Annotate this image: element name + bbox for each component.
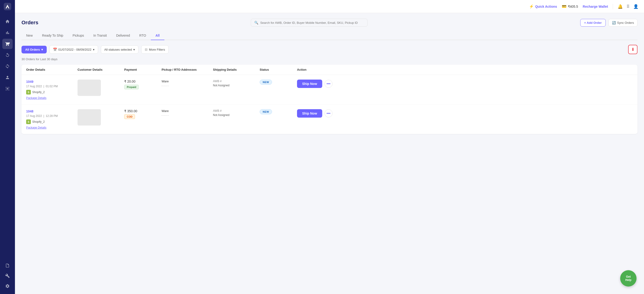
sidebar-item-analytics[interactable] xyxy=(2,27,12,38)
search-bar: 🔍 xyxy=(251,19,368,26)
main-content: ⚡ Quick Actions 💳 ₹405.5 Recharge Wallet… xyxy=(15,0,644,294)
awb-value: Not Assigned xyxy=(213,84,260,87)
payment-cell: ₹ 350.00 COD xyxy=(124,109,162,119)
col-order-details: Order Details xyxy=(26,68,78,71)
date-filter[interactable]: 📅 01/07/2022 - 08/09/2022 ▾ xyxy=(50,45,98,54)
customer-thumbnail xyxy=(78,109,101,126)
order-time: 01:02 PM xyxy=(46,85,58,88)
sidebar-item-returns[interactable] xyxy=(2,50,12,60)
sync-icon: 🔄 xyxy=(612,21,616,24)
download-button[interactable]: ⬇ xyxy=(628,45,638,54)
order-time: 12:28 PM xyxy=(46,114,58,118)
pickup-dots: ...... xyxy=(162,83,213,87)
table-header: Order Details Customer Details Payment P… xyxy=(22,65,638,75)
package-details-link[interactable]: Package Details xyxy=(26,96,78,100)
payment-type-badge: Prepaid xyxy=(124,85,139,89)
search-container: 🔍 xyxy=(251,19,368,26)
notifications-icon[interactable]: 🔔 xyxy=(618,4,623,9)
topbar-divider xyxy=(613,4,613,9)
ship-now-button[interactable]: Ship Now xyxy=(297,109,322,118)
pickup-rto-cell: Ware ...... xyxy=(162,109,213,116)
sidebar-item-integrations[interactable] xyxy=(2,83,12,94)
order-date: 17 Aug 2022 xyxy=(26,114,42,118)
page-title: Orders xyxy=(22,19,38,26)
lightning-icon: ⚡ xyxy=(529,4,534,9)
filters-row: All Orders ▾ 📅 01/07/2022 - 08/09/2022 ▾… xyxy=(22,45,638,54)
shopify-icon: S xyxy=(26,90,31,94)
order-date: 17 Aug 2022 xyxy=(26,85,42,88)
awb-label: AWB # xyxy=(213,80,260,83)
sync-orders-label: Sync Orders xyxy=(617,21,634,24)
all-orders-button[interactable]: All Orders ▾ xyxy=(22,46,47,53)
order-tabs: New Ready To Ship Pickups In Transit Del… xyxy=(22,31,638,40)
sidebar-item-orders[interactable] xyxy=(2,39,12,49)
customer-details-cell xyxy=(78,109,124,126)
quick-actions-label: Quick Actions xyxy=(535,5,557,8)
more-actions-button[interactable]: ••• xyxy=(324,109,332,117)
status-cell: NEW xyxy=(260,109,297,114)
col-status: Status xyxy=(260,68,297,71)
quick-actions-button[interactable]: ⚡ Quick Actions xyxy=(529,4,557,9)
add-order-button[interactable]: + Add Order xyxy=(580,19,606,26)
table-row: 1049 17 Aug 2022 | 01:02 PM S Shopify_2 … xyxy=(22,75,638,104)
sidebar-item-documents[interactable] xyxy=(2,260,12,271)
user-profile-icon[interactable]: 👤 xyxy=(633,4,638,9)
sidebar-item-tools[interactable] xyxy=(2,271,12,281)
svg-point-2 xyxy=(7,88,8,89)
package-details-link[interactable]: Package Details xyxy=(26,126,78,129)
orders-summary: 30 Orders for Last 30 days xyxy=(22,57,638,61)
order-id-link[interactable]: 1048 xyxy=(26,109,34,113)
svg-point-3 xyxy=(6,87,6,88)
tab-delivered[interactable]: Delivered xyxy=(112,31,134,40)
chevron-down-icon-date: ▾ xyxy=(93,48,94,51)
more-filters-button[interactable]: ⊟ More Filters xyxy=(141,45,168,54)
pickup-dots: ...... xyxy=(162,113,213,116)
wallet-amount: ₹405.5 xyxy=(568,5,578,8)
app-logo[interactable] xyxy=(4,3,11,12)
col-customer-details: Customer Details xyxy=(78,68,124,71)
filter-icon: ⊟ xyxy=(145,48,148,51)
tab-ready-to-ship[interactable]: Ready To Ship xyxy=(37,31,68,40)
sidebar-item-home[interactable] xyxy=(2,16,12,26)
table-row: 1048 17 Aug 2022 | 12:28 PM S Shopify_2 … xyxy=(22,104,638,134)
tab-pickups[interactable]: Pickups xyxy=(68,31,89,40)
awb-value: Not Assigned xyxy=(213,113,260,117)
more-actions-button[interactable]: ••• xyxy=(324,80,332,88)
svg-point-6 xyxy=(8,90,9,90)
topbar: ⚡ Quick Actions 💳 ₹405.5 Recharge Wallet… xyxy=(15,0,644,13)
get-help-button[interactable]: Get Help xyxy=(620,270,636,287)
search-input[interactable] xyxy=(260,21,364,24)
col-pickup-rto: Pickup / RTO Addresses xyxy=(162,68,213,71)
apps-grid-icon[interactable]: ⠿ xyxy=(626,4,630,9)
status-cell: NEW xyxy=(260,80,297,85)
shipping-details-cell: AWB # Not Assigned xyxy=(213,109,260,117)
sidebar-item-users[interactable] xyxy=(2,72,12,83)
pickup-rto-cell: Ware ...... xyxy=(162,80,213,87)
order-source: S Shopify_2 xyxy=(26,90,78,94)
ship-now-button[interactable]: Ship Now xyxy=(297,80,322,88)
customer-thumbnail xyxy=(78,80,101,96)
col-payment: Payment xyxy=(124,68,162,71)
tab-in-transit[interactable]: In Transit xyxy=(89,31,112,40)
page-header: Orders 🔍 + Add Order 🔄 Sync Orders xyxy=(22,19,638,26)
order-id-link[interactable]: 1049 xyxy=(26,80,34,83)
sync-orders-button[interactable]: 🔄 Sync Orders xyxy=(608,19,638,26)
payment-type-badge: COD xyxy=(124,114,135,119)
recharge-wallet-link[interactable]: Recharge Wallet xyxy=(583,5,608,8)
tab-rto[interactable]: RTO xyxy=(135,31,151,40)
payment-amount: ₹ 20.00 xyxy=(124,80,162,83)
order-details-cell: 1048 17 Aug 2022 | 12:28 PM S Shopify_2 … xyxy=(26,109,78,129)
pickup-name: Ware xyxy=(162,109,213,113)
sidebar-item-sync[interactable] xyxy=(2,61,12,71)
tab-new[interactable]: New xyxy=(22,31,37,40)
sidebar-item-settings[interactable] xyxy=(2,281,12,291)
all-orders-label: All Orders xyxy=(25,48,40,51)
more-filters-label: More Filters xyxy=(149,48,165,51)
col-action: Action xyxy=(297,68,633,71)
chevron-down-icon-status: ▾ xyxy=(133,48,135,51)
status-filter[interactable]: All statuses selected ▾ xyxy=(101,45,139,54)
payment-amount: ₹ 350.00 xyxy=(124,109,162,113)
shopify-icon: S xyxy=(26,119,31,124)
topbar-icon-group: 🔔 ⠿ 👤 xyxy=(618,4,638,9)
tab-all[interactable]: All xyxy=(151,31,164,40)
